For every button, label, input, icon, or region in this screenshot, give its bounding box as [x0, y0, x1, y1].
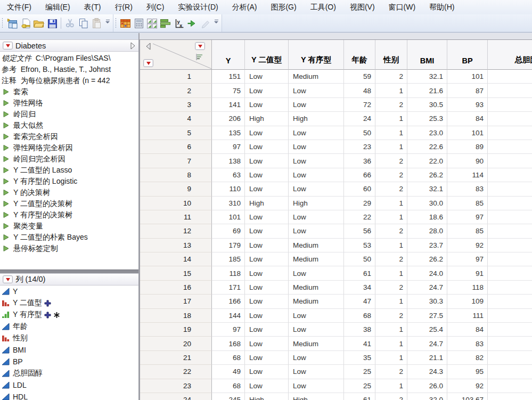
cell[interactable]: 23.0 [407, 126, 447, 140]
menu-分析(A)[interactable]: 分析(A) [225, 0, 264, 15]
cell[interactable]: 69 [212, 224, 245, 238]
cell[interactable]: Low [245, 351, 289, 365]
open-folder-icon[interactable] [32, 17, 45, 30]
cell[interactable]: 97 [447, 252, 488, 266]
cell[interactable]: Low [289, 154, 344, 168]
cell[interactable]: Low [245, 295, 289, 308]
cell[interactable] [488, 365, 532, 379]
cell[interactable]: Low [245, 210, 289, 224]
row-number[interactable]: 13 [140, 239, 212, 252]
cell[interactable]: 28.0 [407, 224, 447, 238]
cell[interactable] [488, 252, 532, 266]
column-item-BP[interactable]: BP [0, 356, 138, 368]
cell[interactable]: 2 [375, 393, 407, 400]
cell[interactable]: 87 [447, 84, 488, 97]
cell[interactable]: High [245, 112, 289, 126]
cell[interactable]: 26.2 [407, 168, 447, 182]
cell[interactable]: 1 [375, 140, 407, 154]
cell[interactable]: 30.0 [407, 197, 447, 210]
cell[interactable]: 68 [344, 309, 375, 323]
cell[interactable]: 138 [212, 154, 245, 168]
cell[interactable]: 2 [375, 309, 407, 323]
script-item[interactable]: 套索完全析因 [2, 131, 138, 142]
columns-menu-icon[interactable] [3, 275, 13, 283]
cell[interactable]: 53 [344, 239, 375, 252]
cell[interactable]: 24.0 [407, 266, 447, 280]
menu-工具(O)[interactable]: 工具(O) [304, 0, 343, 15]
cell[interactable] [488, 309, 532, 323]
menu-窗口(W)[interactable]: 窗口(W) [382, 0, 423, 15]
cell[interactable]: 110 [212, 182, 245, 196]
cell[interactable]: 61 [344, 393, 375, 400]
cell[interactable]: 83 [447, 182, 488, 196]
row-number[interactable]: 16 [140, 281, 212, 295]
row-number[interactable]: 2 [140, 84, 212, 97]
cell[interactable]: 24.3 [407, 365, 447, 379]
cell[interactable]: 1 [375, 266, 407, 280]
row-number[interactable]: 10 [140, 197, 212, 210]
cell[interactable]: 48 [344, 84, 375, 97]
menu-列(C)[interactable]: 列(C) [140, 0, 171, 15]
collapse-panel-icon[interactable] [145, 43, 151, 50]
cell[interactable]: 50 [344, 126, 375, 140]
cell[interactable]: Low [245, 224, 289, 238]
cell[interactable]: 92 [447, 239, 488, 252]
script-item[interactable]: Y 的决策树 [2, 187, 138, 198]
cell[interactable]: 63 [212, 168, 245, 182]
cell[interactable]: 18.6 [407, 210, 447, 224]
cell[interactable]: 32.1 [407, 182, 447, 196]
expand-panel-icon[interactable] [130, 42, 136, 50]
column-header-Y 有序型[interactable]: Y 有序型 [289, 40, 344, 70]
column-item-年龄[interactable]: 年龄 [0, 321, 138, 332]
script-item[interactable]: Y 二值型的 Lasso [2, 165, 138, 176]
row-number[interactable]: 18 [140, 309, 212, 323]
cell[interactable]: Low [289, 210, 344, 224]
columns-corner-menu-icon[interactable] [195, 42, 205, 50]
cell[interactable] [488, 210, 532, 224]
menu-图形(G)[interactable]: 图形(G) [264, 0, 303, 15]
cell[interactable]: 103.67 [447, 393, 488, 400]
menu-表(T)[interactable]: 表(T) [77, 0, 108, 15]
column-header-总胆固醇[interactable]: 总胆固醇 [488, 40, 532, 70]
cell[interactable]: 47 [344, 295, 375, 308]
cell[interactable]: Low [289, 309, 344, 323]
cell[interactable]: Low [245, 323, 289, 337]
cell[interactable]: Low [289, 84, 344, 97]
cell[interactable] [488, 70, 532, 84]
cell[interactable]: High [289, 393, 344, 400]
column-header-性别[interactable]: 性别 [375, 40, 407, 70]
cell[interactable]: 151 [212, 70, 245, 84]
cell[interactable]: 85 [447, 197, 488, 210]
cell[interactable]: 84 [447, 112, 488, 126]
row-number[interactable]: 17 [140, 295, 212, 308]
cut-icon[interactable] [64, 17, 76, 30]
cell[interactable]: Low [245, 154, 289, 168]
column-item-总胆固醇[interactable]: 总胆固醇 [0, 368, 138, 379]
cell[interactable] [488, 281, 532, 295]
row-number[interactable]: 8 [140, 168, 212, 182]
table-menu-icon[interactable] [3, 42, 13, 50]
cell[interactable]: 25.4 [407, 323, 447, 337]
cell[interactable] [488, 323, 532, 337]
cell[interactable]: 85 [447, 224, 488, 238]
cell[interactable]: 97 [212, 323, 245, 337]
cell[interactable]: 84 [447, 323, 488, 337]
cell[interactable] [488, 393, 532, 400]
cell[interactable]: Low [289, 323, 344, 337]
cell[interactable]: 35 [344, 351, 375, 365]
cell[interactable]: Low [245, 309, 289, 323]
panel-splitter[interactable] [0, 270, 138, 273]
cell[interactable]: 109 [447, 295, 488, 308]
row-number[interactable]: 7 [140, 154, 212, 168]
row-number[interactable]: 4 [140, 112, 212, 126]
cell[interactable]: 2 [375, 252, 407, 266]
cell[interactable]: 2 [375, 365, 407, 379]
cell[interactable]: 101 [212, 210, 245, 224]
formula-calculator-icon[interactable] [133, 17, 145, 30]
cell[interactable]: 23.7 [407, 239, 447, 252]
column-header-Y[interactable]: Y [212, 40, 245, 70]
cell[interactable]: Medium [289, 295, 344, 308]
copy-icon[interactable] [77, 17, 89, 30]
cell[interactable]: Low [245, 126, 289, 140]
cell[interactable]: 25.3 [407, 112, 447, 126]
